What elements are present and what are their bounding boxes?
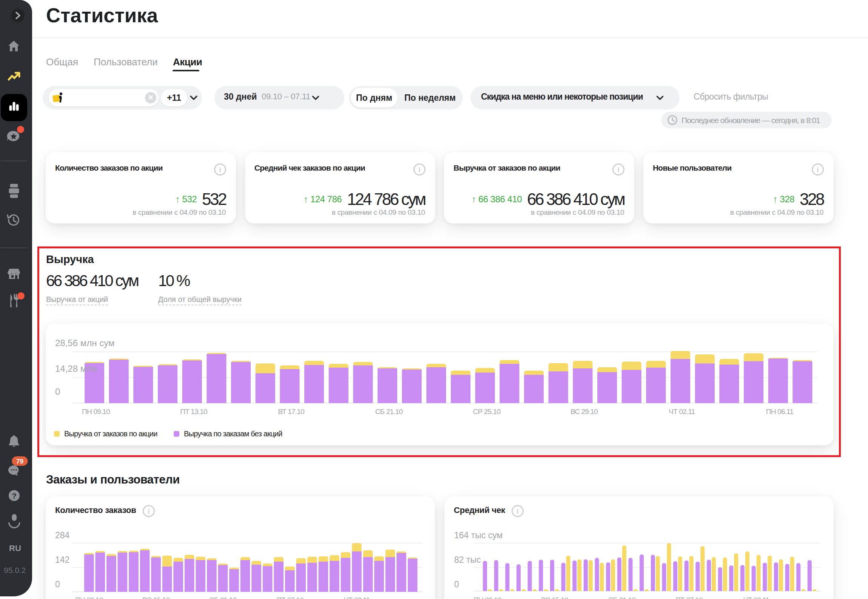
svg-text:СБ 21.10: СБ 21.10	[209, 596, 237, 599]
svg-text:ПН 09.10: ПН 09.10	[75, 596, 103, 599]
svg-text:ПТ 27.10: ПТ 27.10	[675, 596, 703, 599]
svg-text:?: ?	[12, 491, 17, 500]
svg-text:ПТ 27.10: ПТ 27.10	[276, 596, 304, 599]
svg-text:ВС 15.10: ВС 15.10	[541, 596, 568, 599]
svg-text:СБ 21.10: СБ 21.10	[608, 596, 636, 599]
svg-text:0: 0	[55, 579, 60, 589]
svg-text:ВС 15.10: ВС 15.10	[142, 596, 170, 599]
svg-text:142: 142	[55, 555, 69, 565]
svg-text:ЧТ 02.11: ЧТ 02.11	[743, 596, 769, 599]
svg-text:284: 284	[55, 530, 70, 540]
svg-text:0: 0	[454, 579, 459, 589]
svg-text:79: 79	[16, 458, 23, 465]
svg-text:164 тыс сум: 164 тыс сум	[454, 530, 503, 540]
svg-text:82 тыс: 82 тыс	[454, 555, 481, 565]
svg-text:ЧТ 02.11: ЧТ 02.11	[344, 596, 370, 599]
svg-text:RU: RU	[9, 544, 21, 553]
svg-text:ПН 09.10: ПН 09.10	[473, 596, 501, 599]
svg-text:95.0.2: 95.0.2	[4, 566, 26, 574]
